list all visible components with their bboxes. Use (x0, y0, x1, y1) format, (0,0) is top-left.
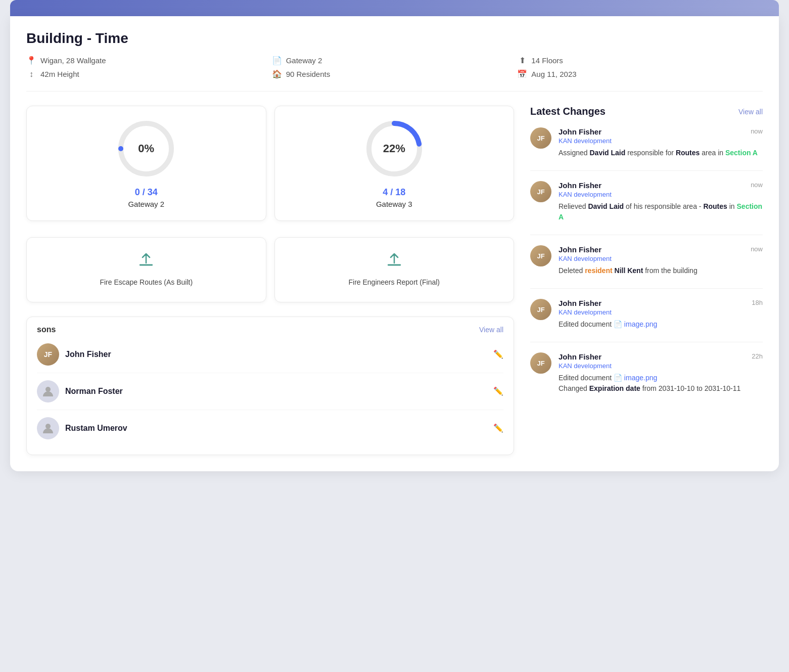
change-time-3: 18h (752, 299, 763, 306)
calendar-icon: 📅 (517, 69, 527, 79)
changes-header: Latest Changes View all (530, 106, 763, 117)
change-meta-2: John Fisher now (559, 245, 763, 254)
meta-residents: 🏠 90 Residents (272, 69, 518, 79)
change-text-0: Assigned David Laid responsible for Rout… (559, 148, 763, 158)
persons-header: sons View all (37, 325, 503, 334)
change-avatar-4: JF (530, 352, 551, 374)
change-text-2: Deleted resident Nill Kent from the buil… (559, 265, 763, 276)
person-edit-2[interactable]: ✏️ (493, 423, 503, 433)
change-user-2: John Fisher (559, 245, 601, 254)
change-time-0: now (751, 127, 763, 135)
change-content-4: John Fisher 22h KAN development Edited d… (559, 352, 763, 394)
gateway-card-3: 22% 4 / 18 Gateway 3 (274, 106, 515, 221)
change-item-4: JF John Fisher 22h KAN development Edite… (530, 352, 763, 394)
doc-link-3[interactable]: 📄 image.png (614, 319, 657, 330)
change-avatar-1: JF (530, 181, 551, 202)
person-avatar-0: JF (37, 343, 59, 366)
content-layout: 0% 0 / 34 Gateway 2 22% 4 (26, 106, 763, 455)
person-row-2: Rustam Umerov ✏️ (37, 410, 503, 446)
change-project-2: KAN development (559, 255, 763, 262)
gateway2-count: 0 / 34 (135, 187, 158, 198)
upload-label-fire-engineers: Fire Engineers Report (Final) (348, 278, 440, 288)
meta-floors: ⬆ 14 Floors (517, 56, 763, 65)
gateway3-name: Gateway 3 (376, 200, 412, 208)
change-project-1: KAN development (559, 191, 763, 198)
person-name-1: Norman Foster (65, 387, 487, 396)
left-panel: 0% 0 / 34 Gateway 2 22% 4 (26, 106, 514, 455)
gateway-cards: 0% 0 / 34 Gateway 2 22% 4 (26, 106, 514, 221)
persons-view-all[interactable]: View all (479, 326, 503, 334)
meta-date: 📅 Aug 11, 2023 (517, 69, 763, 79)
change-project-0: KAN development (559, 137, 763, 145)
person-edit-0[interactable]: ✏️ (493, 349, 503, 359)
gateway3-count: 4 / 18 (383, 187, 405, 198)
change-user-0: John Fisher (559, 127, 601, 136)
document-icon: 📄 (272, 56, 282, 65)
change-time-4: 22h (752, 352, 763, 360)
floors-icon: ⬆ (517, 56, 527, 65)
change-time-1: now (751, 181, 763, 189)
change-meta-3: John Fisher 18h (559, 299, 763, 307)
person-row-0: JF John Fisher ✏️ (37, 336, 503, 373)
change-time-2: now (751, 245, 763, 253)
upload-label-fire-escape: Fire Escape Routes (As Built) (100, 278, 193, 288)
svg-point-6 (45, 424, 51, 429)
svg-point-5 (45, 387, 51, 392)
change-project-4: KAN development (559, 362, 763, 370)
top-bar (10, 0, 779, 16)
change-item-0: JF John Fisher now KAN development Assig… (530, 127, 763, 158)
person-edit-1[interactable]: ✏️ (493, 386, 503, 396)
change-content-0: John Fisher now KAN development Assigned… (559, 127, 763, 158)
change-user-1: John Fisher (559, 181, 601, 190)
change-content-3: John Fisher 18h KAN development Edited d… (559, 299, 763, 330)
donut-gateway2: 0% (116, 118, 176, 179)
building-title: Building - Time (26, 30, 763, 47)
change-avatar-2: JF (530, 245, 551, 266)
change-meta-1: John Fisher now (559, 181, 763, 190)
donut-label-gateway2: 0% (138, 142, 154, 155)
person-avatar-1 (37, 380, 59, 402)
donut-gateway3: 22% (364, 118, 425, 179)
gateway-card-2: 0% 0 / 34 Gateway 2 (26, 106, 266, 221)
change-text-1: Relieved David Laid of his responsible a… (559, 201, 763, 222)
change-meta-0: John Fisher now (559, 127, 763, 136)
persons-section: sons View all JF John Fisher ✏️ No (26, 317, 514, 455)
height-icon: ↕ (26, 70, 36, 79)
meta-height: ↕ 42m Height (26, 69, 272, 79)
meta-gateway: 📄 Gateway 2 (272, 56, 518, 65)
person-avatar-2 (37, 417, 59, 439)
meta-location: 📍 Wigan, 28 Wallgate (26, 56, 272, 65)
location-icon: 📍 (26, 56, 36, 65)
upload-icon-fire-escape (138, 252, 154, 272)
residents-icon: 🏠 (272, 69, 282, 79)
change-meta-4: John Fisher 22h (559, 352, 763, 361)
change-content-2: John Fisher now KAN development Deleted … (559, 245, 763, 276)
person-row-1: Norman Foster ✏️ (37, 373, 503, 410)
change-user-4: John Fisher (559, 352, 601, 361)
change-text-4: Edited document 📄 image.png Changed Expi… (559, 373, 763, 394)
change-avatar-3: JF (530, 299, 551, 320)
persons-title: sons (37, 325, 56, 334)
change-user-3: John Fisher (559, 299, 601, 307)
change-item-3: JF John Fisher 18h KAN development Edite… (530, 299, 763, 330)
change-avatar-0: JF (530, 127, 551, 149)
building-meta: 📍 Wigan, 28 Wallgate 📄 Gateway 2 ⬆ 14 Fl… (26, 56, 763, 92)
donut-label-gateway3: 22% (383, 142, 405, 155)
change-content-1: John Fisher now KAN development Relieved… (559, 181, 763, 222)
upload-icon-fire-engineers (386, 252, 402, 272)
changes-title: Latest Changes (530, 106, 606, 117)
person-name-0: John Fisher (65, 350, 487, 359)
upload-cards: Fire Escape Routes (As Built) Fire Engin… (26, 237, 514, 302)
changes-view-all[interactable]: View all (738, 108, 763, 116)
change-project-3: KAN development (559, 308, 763, 316)
main-container: Building - Time 📍 Wigan, 28 Wallgate 📄 G… (10, 16, 779, 471)
upload-card-fire-engineers[interactable]: Fire Engineers Report (Final) (274, 237, 515, 302)
change-item-1: JF John Fisher now KAN development Relie… (530, 181, 763, 222)
gateway2-name: Gateway 2 (128, 200, 164, 208)
doc-link-4[interactable]: 📄 image.png (614, 373, 657, 383)
upload-card-fire-escape[interactable]: Fire Escape Routes (As Built) (26, 237, 266, 302)
change-text-3: Edited document 📄 image.png (559, 319, 763, 330)
change-item-2: JF John Fisher now KAN development Delet… (530, 245, 763, 276)
right-panel: Latest Changes View all JF John Fisher n… (530, 106, 763, 455)
person-name-2: Rustam Umerov (65, 424, 487, 433)
